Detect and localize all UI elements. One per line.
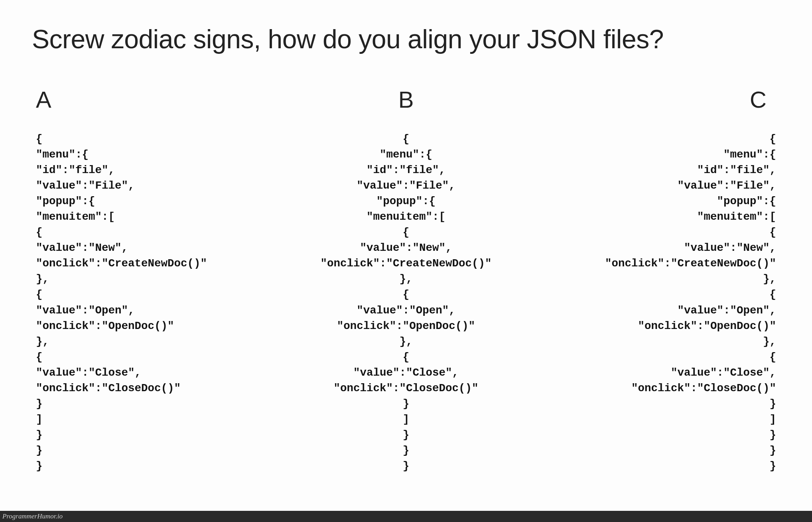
code-line: { — [36, 287, 272, 302]
code-line: }, — [540, 334, 776, 349]
code-line: } — [288, 443, 524, 458]
code-line: ] — [36, 412, 272, 427]
code-line: { — [36, 349, 272, 365]
code-line: } — [288, 427, 524, 443]
code-line: "onclick":"CloseDoc()" — [540, 380, 776, 396]
code-line: "onclick":"OpenDoc()" — [36, 318, 272, 334]
column-c-label: C — [540, 86, 776, 113]
code-block-c: {"menu":{"id":"file","value":"File","pop… — [540, 131, 776, 474]
code-line: { — [36, 225, 272, 240]
code-line: "value":"Close", — [540, 365, 776, 380]
code-line: "onclick":"CreateNewDoc()" — [288, 256, 524, 271]
code-line: "menu":{ — [36, 147, 272, 162]
code-block-a: {"menu":{"id":"file","value":"File","pop… — [36, 131, 272, 474]
code-line: "onclick":"CreateNewDoc()" — [540, 256, 776, 271]
code-line: "onclick":"OpenDoc()" — [288, 318, 524, 334]
columns-container: A {"menu":{"id":"file","value":"File","p… — [32, 86, 780, 474]
code-line: "onclick":"OpenDoc()" — [540, 318, 776, 334]
code-line: "popup":{ — [288, 193, 524, 209]
code-line: "value":"New", — [36, 240, 272, 256]
code-line: } — [36, 458, 272, 474]
code-line: "value":"File", — [36, 178, 272, 193]
code-line: "value":"Close", — [288, 365, 524, 380]
code-line: } — [540, 443, 776, 458]
code-line: } — [36, 396, 272, 412]
code-line: "menu":{ — [288, 147, 524, 162]
code-line: "onclick":"CloseDoc()" — [36, 380, 272, 396]
code-line: { — [288, 287, 524, 302]
code-line: "menuitem":[ — [540, 209, 776, 225]
code-line: "value":"Close", — [36, 365, 272, 380]
code-line: } — [540, 427, 776, 443]
code-line: { — [540, 131, 776, 147]
code-line: }, — [36, 334, 272, 349]
code-line: ] — [540, 412, 776, 427]
code-line: { — [540, 225, 776, 240]
code-line: "value":"File", — [288, 178, 524, 193]
code-line: "value":"Open", — [288, 303, 524, 318]
code-line: "onclick":"CloseDoc()" — [288, 380, 524, 396]
code-line: "id":"file", — [540, 162, 776, 178]
code-line: "value":"Open", — [540, 303, 776, 318]
footer-watermark: ProgrammerHumor.io — [0, 511, 812, 522]
page-title: Screw zodiac signs, how do you align you… — [32, 24, 780, 54]
code-line: } — [540, 396, 776, 412]
code-line: "value":"File", — [540, 178, 776, 193]
code-line: { — [288, 131, 524, 147]
column-c: C {"menu":{"id":"file","value":"File","p… — [540, 86, 776, 474]
code-line: } — [36, 443, 272, 458]
code-line: }, — [288, 271, 524, 287]
column-a-label: A — [36, 86, 272, 113]
code-line: ] — [288, 412, 524, 427]
code-line: { — [540, 287, 776, 302]
code-line: { — [288, 349, 524, 365]
column-b: B {"menu":{"id":"file","value":"File","p… — [288, 86, 524, 474]
code-line: { — [36, 131, 272, 147]
code-line: "value":"New", — [288, 240, 524, 256]
column-a: A {"menu":{"id":"file","value":"File","p… — [36, 86, 272, 474]
code-line: { — [540, 349, 776, 365]
code-line: { — [288, 225, 524, 240]
code-line: "menuitem":[ — [36, 209, 272, 225]
code-line: "onclick":"CreateNewDoc()" — [36, 256, 272, 271]
code-line: "menuitem":[ — [288, 209, 524, 225]
code-line: } — [288, 396, 524, 412]
code-block-b: {"menu":{"id":"file","value":"File","pop… — [288, 131, 524, 474]
code-line: "id":"file", — [288, 162, 524, 178]
column-b-label: B — [288, 86, 524, 113]
code-line: }, — [36, 271, 272, 287]
code-line: } — [540, 458, 776, 474]
code-line: "value":"New", — [540, 240, 776, 256]
code-line: "value":"Open", — [36, 303, 272, 318]
code-line: } — [36, 427, 272, 443]
code-line: } — [288, 458, 524, 474]
code-line: }, — [540, 271, 776, 287]
code-line: "popup":{ — [36, 193, 272, 209]
code-line: "menu":{ — [540, 147, 776, 162]
code-line: }, — [288, 334, 524, 349]
code-line: "id":"file", — [36, 162, 272, 178]
code-line: "popup":{ — [540, 193, 776, 209]
